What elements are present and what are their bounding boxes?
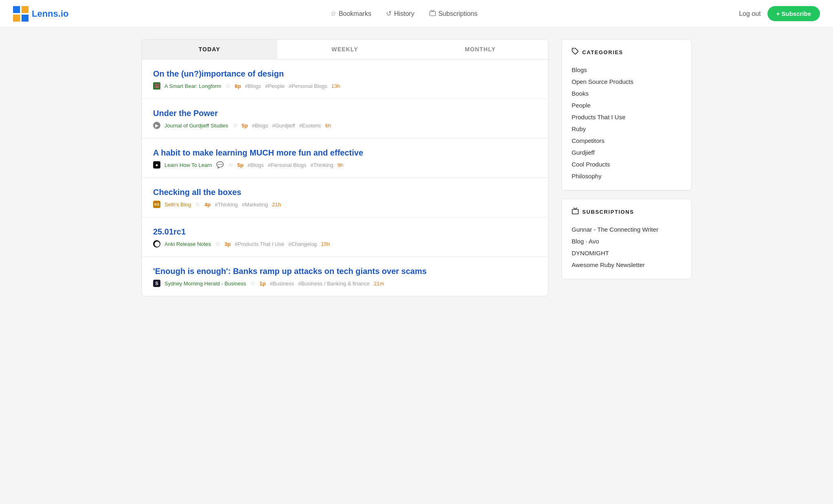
- source-favicon: 🐻: [153, 82, 160, 90]
- sidebar-category-competitors[interactable]: Competitors: [572, 135, 682, 147]
- article-time: 6h: [325, 123, 331, 129]
- source-favicon: ⬤: [153, 240, 160, 248]
- categories-icon: [572, 48, 579, 57]
- tab-weekly[interactable]: WEEKLY: [277, 39, 413, 59]
- bookmark-star-icon[interactable]: ☆: [232, 122, 238, 129]
- article-meta: SG Seth's Blog ☆ 4p #Thinking #Marketing…: [153, 201, 537, 208]
- sidebar-category-people[interactable]: People: [572, 99, 682, 111]
- main-layout: TODAY WEEKLY MONTHLY On the (un?)importa…: [132, 28, 701, 313]
- logo[interactable]: Lenns.io: [13, 6, 68, 22]
- categories-label: CATEGORIES: [582, 49, 623, 55]
- nav-history-label: History: [394, 10, 414, 18]
- categories-title: CATEGORIES: [572, 48, 682, 57]
- bookmark-star-icon[interactable]: ☆: [228, 161, 233, 169]
- sidebar-category-opensource[interactable]: Open Source Products: [572, 76, 682, 88]
- sidebar-category-products[interactable]: Products That I Use: [572, 111, 682, 123]
- source-link[interactable]: A Smart Bear: Longform: [164, 83, 221, 89]
- bookmark-icon: ☆: [330, 9, 336, 18]
- header: Lenns.io ☆ Bookmarks ↺ History Subscript…: [0, 0, 833, 28]
- article-meta: ● Learn How To Learn 💬 ☆ 5p #Blogs #Pers…: [153, 161, 537, 169]
- article-item: On the (un?)importance of design 🐻 A Sma…: [142, 59, 548, 99]
- logo-text-dot: .io: [58, 9, 69, 19]
- article-tag: #Marketing: [242, 202, 268, 208]
- logout-button[interactable]: Log out: [739, 10, 761, 18]
- source-favicon: SG: [153, 201, 160, 208]
- article-tag: #Business: [270, 280, 294, 287]
- article-title[interactable]: On the (un?)importance of design: [153, 68, 537, 79]
- content-area: TODAY WEEKLY MONTHLY On the (un?)importa…: [141, 39, 548, 296]
- svg-rect-3: [22, 15, 28, 22]
- nav-subscriptions[interactable]: Subscriptions: [429, 9, 478, 18]
- nav-bookmarks[interactable]: ☆ Bookmarks: [330, 9, 371, 18]
- source-link[interactable]: Seth's Blog: [164, 202, 191, 208]
- article-item: 25.01rc1 ⬤ Anki Release Notes ☆ 3p #Prod…: [142, 217, 548, 257]
- article-time: 21h: [272, 202, 281, 208]
- source-link[interactable]: Learn How To Learn: [164, 162, 212, 168]
- logo-text: Lenns.io: [32, 9, 68, 19]
- source-link[interactable]: Sydney Morning Herald - Business: [164, 280, 246, 287]
- comment-icon[interactable]: 💬: [216, 161, 224, 169]
- article-points: 4p: [204, 202, 210, 208]
- sidebar-sub-ruby[interactable]: Awesome Ruby Newsletter: [572, 259, 682, 271]
- article-tag: #Business / Banking & finance: [298, 280, 370, 287]
- source-favicon: ▶: [153, 122, 160, 129]
- bookmark-star-icon[interactable]: ☆: [225, 82, 230, 90]
- sidebar-category-books[interactable]: Books: [572, 88, 682, 99]
- article-points: 6p: [235, 83, 241, 89]
- article-title[interactable]: A habit to make learning MUCH more fun a…: [153, 147, 537, 158]
- article-meta: ▶ Journal of Gurdjieff Studies ☆ 5p #Blo…: [153, 122, 537, 129]
- nav-center: ☆ Bookmarks ↺ History Subscriptions: [68, 9, 739, 18]
- tab-today[interactable]: TODAY: [142, 39, 277, 59]
- svg-rect-0: [13, 6, 20, 13]
- article-title[interactable]: Under the Power: [153, 108, 537, 118]
- sidebar: CATEGORIES Blogs Open Source Products Bo…: [561, 39, 692, 296]
- subscriptions-title: SUBSCRIPTIONS: [572, 207, 682, 216]
- subscriptions-section: SUBSCRIPTIONS Gunnar - The Connecting Wr…: [561, 199, 692, 279]
- articles-list: On the (un?)importance of design 🐻 A Sma…: [141, 59, 548, 296]
- article-tag: #Blogs: [248, 162, 264, 168]
- sidebar-category-philosophy[interactable]: Philosophy: [572, 170, 682, 182]
- article-item: A habit to make learning MUCH more fun a…: [142, 138, 548, 178]
- article-title[interactable]: 25.01rc1: [153, 226, 537, 237]
- subscriptions-section-icon: [572, 207, 579, 216]
- bookmark-star-icon[interactable]: ☆: [195, 201, 200, 208]
- sidebar-category-coolproducts[interactable]: Cool Products: [572, 158, 682, 170]
- source-favicon: S: [153, 280, 160, 287]
- history-icon: ↺: [386, 9, 392, 18]
- article-title[interactable]: 'Enough is enough': Banks ramp up attack…: [153, 266, 537, 276]
- source-link[interactable]: Journal of Gurdjieff Studies: [164, 123, 228, 129]
- source-link[interactable]: Anki Release Notes: [164, 241, 211, 247]
- logo-text-main: Lenns: [32, 9, 58, 19]
- sidebar-sub-dynomight[interactable]: DYNOMIGHT: [572, 247, 682, 259]
- sidebar-category-ruby[interactable]: Ruby: [572, 123, 682, 135]
- categories-section: CATEGORIES Blogs Open Source Products Bo…: [561, 39, 692, 191]
- article-points: 3p: [224, 241, 230, 247]
- article-time: 15h: [321, 241, 330, 247]
- sidebar-sub-gunnar[interactable]: Gunnar - The Connecting Writer: [572, 224, 682, 235]
- logo-icon: [13, 6, 28, 22]
- subscribe-button[interactable]: + Subscribe: [767, 6, 820, 21]
- sidebar-sub-avo[interactable]: Blog · Avo: [572, 235, 682, 247]
- article-time: 9h: [338, 162, 343, 168]
- svg-rect-4: [430, 11, 435, 15]
- article-tag: #Products That I Use: [235, 241, 284, 247]
- article-tag: #Gurdjieff: [272, 123, 295, 129]
- bookmark-star-icon[interactable]: ☆: [250, 280, 255, 287]
- tab-monthly[interactable]: MONTHLY: [412, 39, 548, 59]
- tabs: TODAY WEEKLY MONTHLY: [141, 39, 548, 59]
- article-meta: 🐻 A Smart Bear: Longform ☆ 6p #Blogs #Pe…: [153, 82, 537, 90]
- svg-rect-6: [572, 209, 579, 214]
- bookmark-star-icon[interactable]: ☆: [215, 240, 220, 248]
- nav-bookmarks-label: Bookmarks: [339, 10, 371, 18]
- article-tag: #Esoteric: [299, 123, 321, 129]
- article-points: 5p: [242, 123, 248, 129]
- nav-subscriptions-label: Subscriptions: [438, 10, 478, 18]
- article-tag: #Blogs: [252, 123, 268, 129]
- article-meta: ⬤ Anki Release Notes ☆ 3p #Products That…: [153, 240, 537, 248]
- source-favicon: ●: [153, 161, 160, 169]
- article-title[interactable]: Checking all the boxes: [153, 187, 537, 197]
- article-tag: #Personal Blogs: [268, 162, 307, 168]
- sidebar-category-blogs[interactable]: Blogs: [572, 64, 682, 76]
- sidebar-category-gurdjieff[interactable]: Gurdjieff: [572, 147, 682, 158]
- nav-history[interactable]: ↺ History: [386, 9, 414, 18]
